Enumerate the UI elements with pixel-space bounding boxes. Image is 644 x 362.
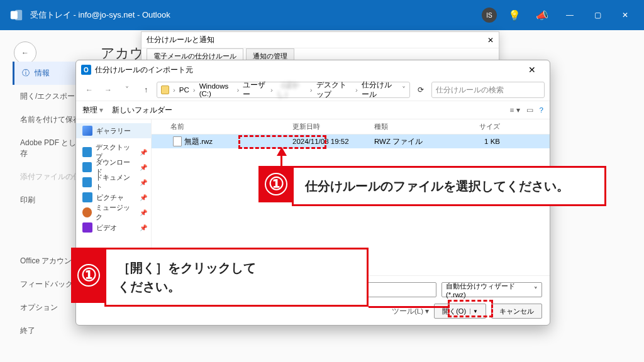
address-breadcrumb[interactable]: › PC› Windows (C:)› ユーザー› （ぼかし）› デスクトップ›…: [157, 82, 410, 98]
back-button[interactable]: ←: [14, 41, 36, 64]
organize-menu[interactable]: 整理: [82, 106, 103, 115]
tree-music[interactable]: ミュージック📌: [76, 205, 151, 220]
outlook-titlebar: 受信トレイ - info@jo-sys.net - Outlook IS 💡 📣…: [0, 0, 644, 30]
file-dialog-title: 仕分けルールのインポート元: [95, 65, 193, 75]
filetype-filter[interactable]: 自動仕分けウィザード (*.rwz)˅: [441, 282, 542, 297]
tree-videos[interactable]: ビデオ📌: [76, 220, 151, 235]
outlook-logo-icon: [8, 6, 25, 24]
maximize-button[interactable]: ▢: [584, 3, 611, 28]
tree-documents[interactable]: ドキュメント📌: [76, 175, 151, 190]
svg-rect-1: [15, 10, 22, 21]
close-button[interactable]: ✕: [611, 3, 639, 28]
outlook-window-title: 受信トレイ - info@jo-sys.net - Outlook: [30, 9, 170, 21]
outlook-small-icon: O: [81, 65, 91, 75]
annotation-badge-1b: ①: [71, 248, 106, 303]
tree-gallery[interactable]: ギャラリー: [76, 123, 151, 138]
nav-back-button[interactable]: ←: [81, 82, 97, 98]
lightbulb-icon[interactable]: 💡: [501, 3, 528, 28]
file-icon: [173, 136, 182, 146]
folder-icon: [161, 85, 169, 94]
nav-forward-button: →: [100, 82, 116, 98]
file-row-selected[interactable]: 無題.rwz 2024/11/08 19:52 RWZ ファイル 1 KB: [152, 134, 550, 148]
annotation-callout-click-open: ① ［開く］をクリックして ください。: [104, 248, 369, 307]
annotation-arrow-head: [277, 147, 287, 156]
rules-dialog-title: 仕分けルールと通知: [147, 35, 214, 45]
nav-up-button[interactable]: ↑: [138, 82, 154, 98]
annotation-callout-select-file: ① 仕分けルールのファイルを選択してください。: [292, 166, 606, 206]
preview-pane-icon[interactable]: ▭: [526, 106, 533, 114]
minimize-button[interactable]: —: [556, 3, 584, 28]
search-input[interactable]: 仕分けルールの検索: [431, 82, 545, 98]
rules-dialog-close-icon[interactable]: ✕: [487, 36, 494, 45]
annotation-connector: [369, 306, 448, 308]
user-avatar[interactable]: IS: [482, 8, 497, 23]
megaphone-icon[interactable]: 📣: [528, 3, 556, 28]
new-folder-button[interactable]: 新しいフォルダー: [112, 106, 172, 115]
file-dialog-close-icon[interactable]: ✕: [519, 65, 545, 75]
view-list-icon[interactable]: ≡ ▾: [510, 106, 520, 114]
annotation-badge-1a: ①: [258, 166, 294, 202]
help-icon[interactable]: ?: [540, 106, 543, 114]
file-list-header[interactable]: 名前 更新日時 種類 サイズ: [152, 119, 550, 134]
refresh-button[interactable]: ⟳: [413, 82, 429, 98]
nav-recent-button[interactable]: ˅: [119, 82, 135, 98]
rules-and-alerts-dialog: 仕分けルールと通知 ✕ 電子メールの仕分けルール 通知の管理: [141, 31, 499, 63]
cancel-button[interactable]: キャンセル: [491, 304, 542, 319]
